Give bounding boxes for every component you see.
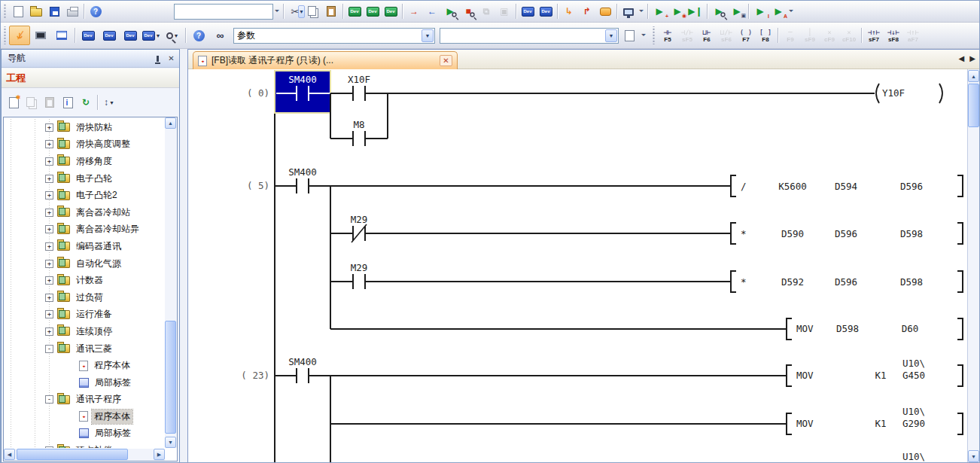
tree-item-label[interactable]: 局部标签 <box>4 425 165 443</box>
jump-next-button[interactable]: → <box>405 3 423 20</box>
expand-icon[interactable]: + <box>45 140 53 148</box>
navigation-window-toggle[interactable]: ⫝̸ <box>9 26 30 45</box>
tree-item-folder[interactable]: -通讯三菱 <box>4 340 165 358</box>
device-test-dropdown[interactable]: ▼ <box>162 26 183 45</box>
ladder-svg[interactable]: ( 0) SM400 X10F M8 Y10F ( 5) <box>188 69 967 463</box>
device-batch-button[interactable]: Dev <box>537 3 555 20</box>
toolbar-overflow[interactable]: ⏷ <box>787 8 795 15</box>
monitor-start-button[interactable]: ▶+ <box>650 3 668 20</box>
toolbar-overflow[interactable]: ⏷ <box>640 32 647 39</box>
new-button[interactable] <box>9 3 27 20</box>
delete-vline-button[interactable]: ×cF10 <box>839 25 859 46</box>
paste-data-button[interactable] <box>41 94 59 111</box>
close-tab-button[interactable]: ✕ <box>440 55 452 66</box>
device-batch-button[interactable]: Dev <box>120 26 141 45</box>
window-select-input[interactable] <box>234 30 421 41</box>
delete-hline-button[interactable]: ×cF9 <box>820 25 839 46</box>
tree-item-folder[interactable]: +过负荷 <box>4 289 165 306</box>
open-contact-button[interactable]: ⊣⊢F5 <box>658 25 677 46</box>
find-start-button[interactable]: ▶ <box>441 3 459 20</box>
chevron-down-icon[interactable]: ▼ <box>605 29 617 42</box>
expand-icon[interactable]: + <box>45 310 53 318</box>
data-properties-button[interactable] <box>59 94 77 111</box>
document-tab[interactable]: ◂▸ [FB]读取 通讯子程序 (只读) (... ✕ <box>193 51 458 69</box>
step-out-button[interactable]: ↱ <box>578 3 596 20</box>
help-button[interactable]: ? <box>188 26 209 45</box>
find-stop-button[interactable]: ■ <box>459 3 477 20</box>
tree-item-folder[interactable]: +滑移角度 <box>4 153 165 170</box>
tree-item-folder[interactable]: +顶点补偿 <box>4 442 165 448</box>
device-display-button[interactable]: Dev <box>519 3 537 20</box>
expand-icon[interactable]: + <box>45 327 53 336</box>
open-button[interactable] <box>27 3 45 20</box>
watch-start-button[interactable]: ▶ <box>710 3 728 20</box>
snapshot-button[interactable]: ▶▣ <box>728 3 746 20</box>
save-button[interactable] <box>45 3 63 20</box>
tree-item-folder[interactable]: +滑块高度调整 <box>4 136 165 154</box>
scroll-thumb[interactable] <box>17 449 128 460</box>
coil-button[interactable]: ( )F7 <box>736 25 756 46</box>
window-select-combo[interactable]: ▼ <box>233 28 435 44</box>
find-all-button[interactable]: ▣ <box>495 3 513 20</box>
scroll-up-button[interactable]: ▲ <box>165 117 176 129</box>
tree-vscrollbar[interactable]: ▲ ▼ <box>165 117 177 448</box>
sort-dropdown[interactable]: ↕▼ <box>100 94 118 111</box>
monitor-write-button[interactable]: ▶◉ <box>668 3 686 20</box>
scroll-thumb[interactable] <box>968 84 979 127</box>
device-list-button[interactable]: Dev <box>99 26 120 45</box>
falling-pulse-button[interactable]: ⊣↓⊢sF8 <box>884 25 903 46</box>
tree-item-folder[interactable]: +计数器 <box>4 272 165 289</box>
help-button[interactable]: ? <box>87 3 105 20</box>
expand-icon[interactable]: + <box>45 260 53 268</box>
monitor-i-button[interactable]: ▶I <box>751 3 769 20</box>
scroll-up-button[interactable]: ▲ <box>968 70 979 82</box>
comment-button[interactable] <box>596 3 614 20</box>
tab-scroll-left-icon[interactable]: ◀ <box>959 54 965 62</box>
find-prev-button[interactable]: ⧉ <box>477 3 495 20</box>
write-to-plc-button[interactable]: Dev <box>345 3 364 20</box>
pulse-branch-button[interactable]: ⊣↑⊢aF7 <box>903 25 923 46</box>
editor-vscrollbar[interactable]: ▲ ▼ <box>967 69 980 463</box>
tree-item-folder[interactable]: -通讯子程序 <box>4 391 165 409</box>
tree-item-program-selected[interactable]: ◂▸程序本体 <box>4 408 165 425</box>
expand-icon[interactable]: + <box>45 209 53 217</box>
scroll-left-button[interactable]: ◀ <box>4 449 15 460</box>
expand-icon[interactable]: + <box>45 175 53 183</box>
step-into-button[interactable]: ↳ <box>560 3 578 20</box>
scroll-thumb[interactable] <box>165 321 176 434</box>
copy-data-button[interactable] <box>23 94 41 111</box>
horizontal-line-button[interactable]: ─F9 <box>781 25 800 46</box>
scroll-down-button[interactable]: ▼ <box>968 450 979 462</box>
pin-button[interactable] <box>152 53 163 64</box>
tab-scroll-right-icon[interactable]: ▶ <box>969 54 975 62</box>
quick-combo[interactable]: ▼ <box>174 4 273 20</box>
toolbar-overflow[interactable]: ⏷ <box>273 8 281 15</box>
monitor-stop-button[interactable]: ▶❙ <box>686 3 705 20</box>
toolbar-grip[interactable] <box>652 26 656 44</box>
device-find-button[interactable]: Dev <box>78 26 99 45</box>
close-contact-button[interactable]: ⊣∕⊢sF5 <box>677 25 697 46</box>
read-from-plc-button[interactable]: Dev <box>364 3 382 20</box>
expand-icon[interactable]: + <box>45 294 53 302</box>
print-button[interactable] <box>63 3 81 20</box>
device-comment-button[interactable] <box>51 26 72 45</box>
expand-icon[interactable]: + <box>45 123 53 132</box>
verify-plc-button[interactable]: Dev <box>382 3 400 20</box>
tree-item-folder[interactable]: +电子凸轮2 <box>4 187 165 204</box>
ladder-canvas[interactable]: ( 0) SM400 X10F M8 Y10F ( 5) <box>188 69 967 463</box>
find-combo-input[interactable] <box>440 30 604 41</box>
find-in-page-button[interactable] <box>619 26 640 45</box>
scroll-right-button[interactable]: ▶ <box>154 449 165 460</box>
jump-prev-button[interactable]: ← <box>423 3 441 20</box>
remote-operation-button[interactable] <box>619 3 638 20</box>
tree-item-folder[interactable]: +离合器冷却站异 <box>4 221 165 239</box>
application-instruction-button[interactable]: [ ]F8 <box>756 25 775 46</box>
tree-item-program[interactable]: ◂▸程序本体 <box>4 357 165 374</box>
chevron-down-icon[interactable]: ▼ <box>422 29 434 42</box>
tree-item-label[interactable]: 局部标签 <box>4 374 165 391</box>
expand-icon[interactable]: + <box>45 242 53 251</box>
expand-icon[interactable]: + <box>45 157 53 166</box>
toolbar-overflow[interactable]: ⏷ <box>638 8 645 15</box>
expand-icon[interactable]: + <box>45 191 53 200</box>
monitor-a-button[interactable]: ▶A <box>769 3 787 20</box>
